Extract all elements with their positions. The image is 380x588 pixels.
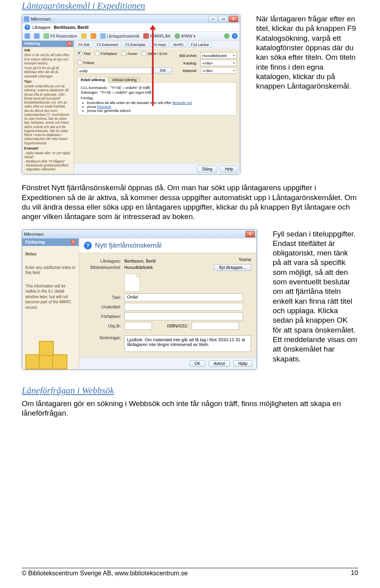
footer-text: © Bibliotekscentrum Sverige AB, www.bibl… <box>22 570 188 577</box>
search-input[interactable]: onåd <box>77 68 152 74</box>
help-icon[interactable]: ? <box>25 25 30 30</box>
dialog-titlebar: Mikromarc ✕ <box>22 230 256 238</box>
utgar-label: Utg.år: <box>85 323 121 328</box>
minimize-button[interactable]: — <box>208 16 218 22</box>
fkey-f3[interactable]: F3 Dokument <box>94 42 121 47</box>
biblenhet-label: Bibl.enhet: <box>177 53 197 58</box>
dialog-side-notes-head: Notes <box>25 252 36 256</box>
fkey-f6[interactable]: F6 Insyn <box>150 42 169 47</box>
dialog-side-text-2: This information will be visible in the … <box>25 284 76 310</box>
help-button[interactable]: Help <box>220 166 238 172</box>
fjarrlan-button[interactable]: FJÄRRLÅN <box>143 33 171 39</box>
dialog-help-icon[interactable]: ? <box>84 242 92 250</box>
nav-fwd-icon[interactable] <box>34 33 40 39</box>
forfattare-input[interactable] <box>124 312 243 320</box>
ccl-value: "TI+SE = onåd%" (0 träff) <box>110 86 150 90</box>
borrower-label: Låntagare: <box>32 25 51 30</box>
titel-input[interactable]: Onåd <box>124 293 243 301</box>
www-button[interactable]: WWW ▾ <box>175 33 196 39</box>
material-dropdown[interactable]: <Alla>▾ <box>200 67 237 74</box>
suggestion-item: prova mer generella sökord <box>87 109 233 113</box>
link-liknande-ord[interactable]: liknande ord <box>173 101 192 105</box>
window-titlebar: Mikromarc — ▭ ✕ <box>22 15 240 23</box>
side-panel-heading: Förklaring <box>24 42 40 46</box>
dialog-close-button[interactable]: ✕ <box>245 231 255 237</box>
side-sok-text: Skriv in de ord du vill söka efter. (För… <box>24 53 72 66</box>
dialog-window-title: Mikromarc <box>24 232 44 236</box>
dialog-side-close-icon[interactable]: ✕ <box>71 240 76 244</box>
side-tips-text: Undvik småord/korta ord vid sökning i ex… <box>24 85 72 146</box>
right-paragraph: Fyll sedan i titeluppgifter. Endast tite… <box>273 229 358 364</box>
katalog-dropdown[interactable]: <Alla>▾ <box>200 60 237 66</box>
radio-forfattare[interactable]: Författare <box>95 51 117 56</box>
borrower-bar: ? Låntagare: Bertilsson, Bertil <box>22 23 240 32</box>
fkey-f10[interactable]: F10 Länkar <box>188 42 212 47</box>
dialog-footer-buttons: OK Avbryt Hjälp <box>79 357 256 369</box>
radio-titel[interactable]: Titel <box>77 51 91 56</box>
tab-enkel-sokning[interactable]: Enkel sökning <box>77 77 108 83</box>
help-toolbar-icon[interactable]: ? <box>232 33 238 39</box>
isbn-label: ISBN/GS1: <box>167 323 188 328</box>
chevron-down-icon: ▾ <box>233 54 235 57</box>
isbn-input[interactable] <box>192 322 239 330</box>
result-panel: CCL-kommando: "TI+SE = onåd%" (0 träff) … <box>77 82 237 115</box>
radio-fritext[interactable]: Fritext <box>77 60 94 65</box>
suggestion-item: kontrollera att alla orden är rätt stava… <box>87 101 233 105</box>
fkey-f9[interactable]: F9 Sök <box>76 42 93 47</box>
chevron-down-icon: ▾ <box>233 69 235 72</box>
search-mode-tabs: Enkel sökning Utökad sökning <box>77 77 237 83</box>
lantagaronskemal-button[interactable]: Låntagarönskemål <box>100 33 139 39</box>
note-icon[interactable] <box>124 274 140 292</box>
katalog-label: Katalog: <box>177 61 197 65</box>
reservation-icon <box>44 33 49 39</box>
suggestion-item: prova fritextsök <box>87 105 233 109</box>
reservation-button[interactable]: F8 Reservation <box>44 33 77 39</box>
hjalp-button[interactable]: Hjälp <box>233 360 253 367</box>
biblenhet-value: Huvudbibliotek <box>124 265 153 270</box>
undertitel-label: Undertitel: <box>85 304 121 309</box>
byt-lantagare-button[interactable]: Byt låntagare... <box>214 264 251 271</box>
edit-icon[interactable] <box>91 33 96 39</box>
side-example-head: Exempel: <box>24 146 39 150</box>
stang-button[interactable]: Stäng <box>197 166 217 172</box>
ok-button[interactable]: OK <box>190 360 205 367</box>
bottom-paragraph: Om låntagaren gör en sökning i Webbsök o… <box>22 399 358 418</box>
borrower-name: Bertilsson, Bertil <box>54 25 89 30</box>
search-button[interactable]: Sök <box>154 68 172 74</box>
fkey-f2[interactable]: F2 Exemplar <box>123 42 148 47</box>
lantagare-label: Låntagare: <box>85 259 121 263</box>
side-f9-text: Tryck på F9 för att gå till titellistan … <box>24 66 72 79</box>
function-key-bar: F9 Sök F3 Dokument F2 Exemplar F6 Insyn … <box>74 41 240 49</box>
dialog-title: Nytt fjärrlånsönskemål <box>95 242 162 250</box>
window-title: Mikromarc <box>31 17 51 21</box>
radio-isbn[interactable]: ISBN / EAN <box>141 51 167 56</box>
avbryt-button[interactable]: Avbryt <box>209 360 230 367</box>
radio-amne[interactable]: Ämne <box>121 51 137 56</box>
decorative-floorplan-icon <box>25 341 69 368</box>
noteringar-textarea[interactable]: Ljudbok. Om materialet inte går att få t… <box>124 335 251 352</box>
nav-back-icon[interactable] <box>25 33 30 39</box>
refresh-icon[interactable] <box>224 33 230 39</box>
link-fritextsok[interactable]: fritextsök <box>97 105 111 109</box>
chevron-down-icon: ▾ <box>233 61 235 65</box>
side-panel-close-icon[interactable]: ✕ <box>67 42 72 46</box>
side-tips-head: Tips: <box>24 79 32 83</box>
close-button[interactable]: ✕ <box>229 16 238 22</box>
biblenhet-dropdown[interactable]: Huvudbibliotek▾ <box>200 52 237 59</box>
titel-label: Titel: <box>85 295 121 300</box>
dialog-header: ? Nytt fjärrlånsönskemål <box>79 238 256 253</box>
maximize-button[interactable]: ▭ <box>218 16 228 22</box>
section-heading-1: Låntagarönskemål i Expeditionen <box>22 1 358 11</box>
utgar-input[interactable] <box>124 322 152 330</box>
hits-label: Sökningen <box>81 91 98 95</box>
tab-utokad-sokning[interactable]: Utökad sökning <box>108 77 140 83</box>
section-heading-2: Låneförfrågan i Webbsök <box>22 386 358 396</box>
radio-icon <box>77 51 82 56</box>
lock-icon[interactable] <box>81 33 87 39</box>
undertitel-input[interactable] <box>124 303 243 311</box>
suggestions-label: Förslag: <box>81 96 94 100</box>
intro-text: När låntagaren frågar efter en titel, kl… <box>256 14 358 91</box>
fkey-marc[interactable]: MARC <box>171 42 187 47</box>
nytt-fjarrlansonskemal-dialog: Mikromarc ✕ Förklaring ✕ Notes Enter any… <box>22 229 257 370</box>
radio-icon <box>95 51 100 56</box>
